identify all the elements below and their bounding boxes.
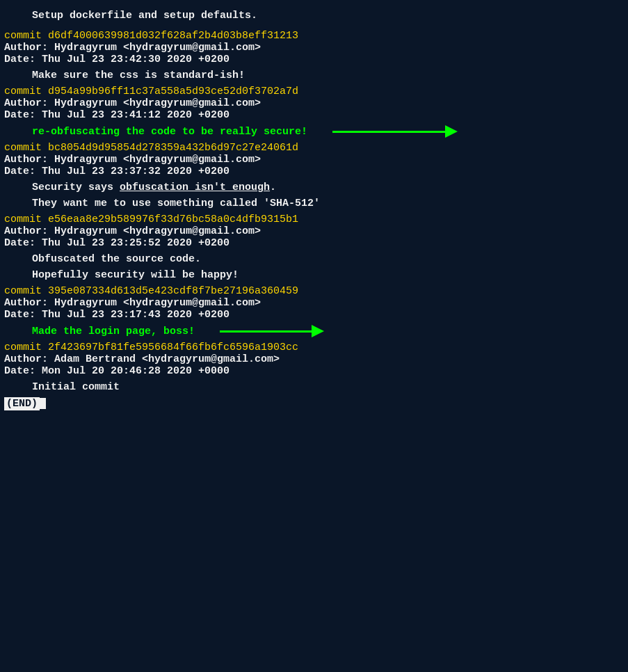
commit-hash-5: commit 395e087334d613d5e423cdf8f7be27196… bbox=[4, 285, 624, 297]
commit-author-2: Author: Hydragyrum <hydragyrum@gmail.com… bbox=[4, 97, 624, 109]
commit-block-6: commit 2f423697bf81fe5956684f66fb6fc6596… bbox=[4, 342, 624, 393]
cursor bbox=[40, 398, 46, 409]
commit-block-2: commit d954a99b96ff11c37a558a5d93ce52d0f… bbox=[4, 86, 624, 138]
intro-text: Setup dockerfile and setup defaults. bbox=[32, 10, 257, 22]
commit-date-5: Date: Thu Jul 23 23:17:43 2020 +0200 bbox=[4, 309, 624, 321]
commit-date-1: Date: Thu Jul 23 23:42:30 2020 +0200 bbox=[4, 54, 624, 65]
commit-block-3: commit bc8054d9d95854d278359a432b6d97c27… bbox=[4, 142, 624, 209]
commit-author-6: Author: Adam Bertrand <hydragyrum@gmail.… bbox=[4, 353, 624, 365]
commit-msg-5-0: Made the login page, boss! bbox=[4, 325, 624, 337]
commit-author-1: Author: Hydragyrum <hydragyrum@gmail.com… bbox=[4, 42, 624, 54]
arrow-icon-2 bbox=[207, 325, 324, 337]
commit-author-3: Author: Hydragyrum <hydragyrum@gmail.com… bbox=[4, 154, 624, 166]
commit-msg-4-0: Obfuscated the source code. bbox=[4, 253, 624, 265]
commit-date-6: Date: Mon Jul 20 20:46:28 2020 +0000 bbox=[4, 365, 624, 377]
commit-date-3: Date: Thu Jul 23 23:37:32 2020 +0200 bbox=[4, 166, 624, 177]
end-line: (END) bbox=[4, 397, 624, 410]
commit-block-1: commit d6df4000639981d032f628af2b4d03b8e… bbox=[4, 30, 624, 81]
commit-hash-6: commit 2f423697bf81fe5956684f66fb6fc6596… bbox=[4, 342, 624, 353]
intro-line: Setup dockerfile and setup defaults. bbox=[4, 10, 624, 22]
arrow-icon-1 bbox=[320, 125, 458, 138]
commit-msg-2-0: re-obfuscating the code to be really sec… bbox=[4, 125, 624, 138]
commit-msg-4-1: Hopefully security will be happy! bbox=[4, 269, 624, 281]
commit-block-4: commit e56eaa8e29b589976f33d76bc58a0c4df… bbox=[4, 214, 624, 281]
commit-block-5: commit 395e087334d613d5e423cdf8f7be27196… bbox=[4, 285, 624, 337]
end-marker: (END) bbox=[4, 397, 40, 410]
commit-msg-3-0: Security says obfuscation isn't enough. bbox=[4, 182, 624, 193]
commit-msg-3-1: They want me to use something called 'SH… bbox=[4, 198, 624, 209]
commit-hash-4: commit e56eaa8e29b589976f33d76bc58a0c4df… bbox=[4, 214, 624, 225]
commit-author-5: Author: Hydragyrum <hydragyrum@gmail.com… bbox=[4, 297, 624, 309]
commit-date-4: Date: Thu Jul 23 23:25:52 2020 +0200 bbox=[4, 237, 624, 249]
commit-hash-2: commit d954a99b96ff11c37a558a5d93ce52d0f… bbox=[4, 86, 624, 97]
commit-msg-6-0: Initial commit bbox=[4, 381, 624, 393]
terminal-output: Setup dockerfile and setup defaults. com… bbox=[0, 0, 628, 672]
commit-hash-3: commit bc8054d9d95854d278359a432b6d97c27… bbox=[4, 142, 624, 154]
commit-msg-1-0: Make sure the css is standard-ish! bbox=[4, 70, 624, 81]
commit-date-2: Date: Thu Jul 23 23:41:12 2020 +0200 bbox=[4, 109, 624, 121]
commit-author-4: Author: Hydragyrum <hydragyrum@gmail.com… bbox=[4, 225, 624, 237]
commit-hash-1: commit d6df4000639981d032f628af2b4d03b8e… bbox=[4, 30, 624, 42]
